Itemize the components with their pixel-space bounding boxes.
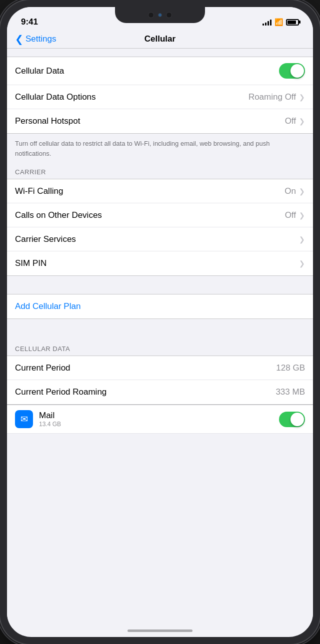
sim-pin-row[interactable]: SIM PIN ❯ <box>7 251 313 275</box>
carrier-services-label: Carrier Services <box>15 234 76 244</box>
back-chevron-icon: ❮ <box>15 34 24 44</box>
status-bar: 9:41 📶 <box>7 7 313 31</box>
current-period-roaming-row: Current Period Roaming 333 MB <box>7 380 313 404</box>
signal-bar-4 <box>270 20 272 26</box>
add-cellular-plan-label: Add Cellular Plan <box>15 301 80 311</box>
content-area: Cellular Data Cellular Data Options Roam… <box>7 49 313 628</box>
home-indicator <box>128 629 192 632</box>
notch-sensor <box>158 13 162 17</box>
battery-fill <box>288 21 296 24</box>
add-cellular-plan-row[interactable]: Add Cellular Plan <box>7 294 313 318</box>
signal-bar-3 <box>268 21 269 26</box>
current-period-roaming-value: 333 MB <box>276 387 305 397</box>
add-plan-group: Add Cellular Plan <box>7 294 313 319</box>
mail-toggle[interactable] <box>279 412 305 427</box>
status-time: 9:41 <box>21 17 38 27</box>
page-title: Cellular <box>144 34 176 44</box>
cellular-data-section-header: CELLULAR DATA <box>7 341 313 356</box>
back-label: Settings <box>26 34 56 44</box>
chevron-right-icon: ❯ <box>299 93 305 101</box>
personal-hotspot-label: Personal Hotspot <box>15 116 80 126</box>
wifi-calling-value: On <box>284 186 296 196</box>
wifi-calling-label: Wi-Fi Calling <box>15 186 63 196</box>
mail-app-row[interactable]: ✉ Mail 13.4 GB <box>7 405 313 434</box>
carrier-services-right: ❯ <box>299 235 305 243</box>
current-period-label: Current Period <box>15 363 70 373</box>
info-text-block: Turn off cellular data to restrict all d… <box>7 134 313 164</box>
current-period-row: Current Period 128 GB <box>7 356 313 380</box>
spacer-1 <box>7 276 313 294</box>
mail-left: ✉ Mail 13.4 GB <box>15 410 61 428</box>
notch-speaker <box>166 12 172 18</box>
wifi-icon: 📶 <box>274 18 283 26</box>
wifi-calling-right: On ❯ <box>284 186 305 196</box>
cellular-data-row[interactable]: Cellular Data <box>7 57 313 85</box>
settings-group-2: Wi-Fi Calling On ❯ Calls on Other Device… <box>7 179 313 276</box>
chevron-right-icon-5: ❯ <box>299 235 305 243</box>
notch-camera <box>148 12 154 18</box>
nav-bar: ❮ Settings Cellular <box>7 31 313 49</box>
status-icons: 📶 <box>262 18 299 26</box>
cellular-data-options-value: Roaming Off <box>248 92 296 102</box>
mail-info: Mail 13.4 GB <box>39 411 61 428</box>
current-period-roaming-label: Current Period Roaming <box>15 387 106 397</box>
toggle-knob <box>290 64 304 78</box>
cellular-data-toggle[interactable] <box>279 63 305 79</box>
chevron-right-icon-4: ❯ <box>299 211 305 219</box>
cellular-data-label: Cellular Data <box>15 66 64 76</box>
mail-app-icon: ✉ <box>15 410 33 428</box>
personal-hotspot-right: Off ❯ <box>285 116 305 126</box>
personal-hotspot-row[interactable]: Personal Hotspot Off ❯ <box>7 109 313 133</box>
current-period-value: 128 GB <box>276 363 305 373</box>
calls-other-devices-row[interactable]: Calls on Other Devices Off ❯ <box>7 203 313 227</box>
battery-icon <box>286 19 299 26</box>
cellular-data-options-row[interactable]: Cellular Data Options Roaming Off ❯ <box>7 85 313 109</box>
sim-pin-right: ❯ <box>299 259 305 267</box>
top-spacer <box>7 49 313 57</box>
carrier-section-header: CARRIER <box>7 164 313 179</box>
calls-other-devices-right: Off ❯ <box>285 210 305 220</box>
signal-bar-1 <box>262 24 264 26</box>
cellular-data-options-right: Roaming Off ❯ <box>248 92 305 102</box>
chevron-right-icon-3: ❯ <box>299 187 305 195</box>
chevron-right-icon-6: ❯ <box>299 259 305 267</box>
chevron-right-icon-2: ❯ <box>299 117 305 125</box>
phone-screen: 9:41 📶 ❮ <box>7 7 313 637</box>
carrier-services-row[interactable]: Carrier Services ❯ <box>7 227 313 251</box>
back-button[interactable]: ❮ Settings <box>15 34 56 44</box>
settings-group-3: Current Period 128 GB Current Period Roa… <box>7 356 313 405</box>
personal-hotspot-value: Off <box>285 116 296 126</box>
notch <box>115 7 205 23</box>
calls-other-devices-value: Off <box>285 210 296 220</box>
signal-bars-icon <box>262 19 272 26</box>
settings-group-1: Cellular Data Cellular Data Options Roam… <box>7 57 313 134</box>
spacer-2 <box>7 319 313 341</box>
mail-toggle-knob <box>290 413 304 426</box>
calls-other-devices-label: Calls on Other Devices <box>15 210 102 220</box>
mail-envelope-icon: ✉ <box>20 414 28 425</box>
phone-frame: 9:41 📶 ❮ <box>0 0 320 644</box>
cellular-data-options-label: Cellular Data Options <box>15 92 96 102</box>
signal-bar-2 <box>265 23 266 26</box>
mail-app-name: Mail <box>39 411 61 421</box>
info-text: Turn off cellular data to restrict all d… <box>15 139 305 158</box>
sim-pin-label: SIM PIN <box>15 258 46 268</box>
mail-app-size: 13.4 GB <box>39 421 61 428</box>
wifi-calling-row[interactable]: Wi-Fi Calling On ❯ <box>7 179 313 203</box>
